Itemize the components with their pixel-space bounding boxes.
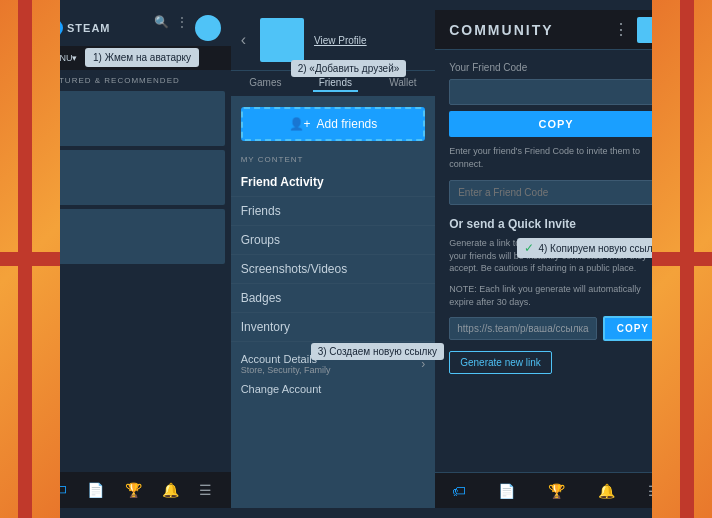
left-content: FEATURED & RECOMMENDED: [35, 70, 231, 472]
link-url-row: https://s.team/p/ваша/ссылка COPY: [449, 316, 663, 341]
profile-tabs: Games Friends Wallet: [231, 71, 436, 97]
back-button[interactable]: ‹: [241, 31, 246, 49]
account-details-sub: Store, Security, Family: [241, 365, 331, 375]
profile-avatar-image: [260, 18, 304, 62]
content-menu: Friend Activity Friends Groups Screensho…: [231, 168, 436, 342]
menu-friend-activity[interactable]: Friend Activity: [231, 168, 436, 197]
steam-logo-text: STEAM: [67, 22, 111, 34]
profile-header: ‹ View Profile: [231, 10, 436, 71]
quick-invite-label: Or send a Quick Invite: [449, 217, 663, 231]
menu-badges[interactable]: Badges: [231, 284, 436, 313]
invite-description: Enter your friend's Friend Code to invit…: [449, 145, 663, 170]
community-trophy-icon[interactable]: 🏆: [548, 483, 565, 499]
avatar[interactable]: [195, 15, 221, 41]
community-header: COMMUNITY ⋮: [435, 10, 677, 50]
add-friends-button[interactable]: 👤+ Add friends: [241, 107, 426, 141]
gift-ribbon-horizontal-right: [652, 252, 712, 266]
link-url-display: https://s.team/p/ваша/ссылка: [449, 317, 596, 340]
tab-friends[interactable]: Friends: [313, 75, 358, 92]
bottom-list-icon[interactable]: 📄: [87, 482, 104, 498]
menu-screenshots[interactable]: Screenshots/Videos: [231, 255, 436, 284]
gift-box-left: [0, 0, 60, 518]
more-icon[interactable]: ⋮: [175, 15, 189, 29]
friend-code-input[interactable]: [449, 79, 663, 105]
community-bottom-bar: 🏷 📄 🏆 🔔 ☰: [435, 472, 677, 508]
bottom-menu-icon[interactable]: ☰: [199, 482, 212, 498]
titlebar-icons: 🔍 ⋮: [155, 15, 221, 41]
copy-friend-code-button[interactable]: COPY: [449, 111, 663, 137]
enter-friend-code-input[interactable]: [449, 180, 663, 205]
left-panel-steam: STEAM 🔍 ⋮ 1) Жмем на аватарку MENU▾ WISH…: [35, 10, 231, 508]
menu-inventory[interactable]: Inventory: [231, 313, 436, 342]
account-section: Account Details Store, Security, Family …: [231, 342, 436, 405]
featured-label: FEATURED & RECOMMENDED: [41, 76, 225, 85]
menu-friends[interactable]: Friends: [231, 197, 436, 226]
tab-wallet[interactable]: Wallet: [383, 75, 422, 92]
main-area: STEAM 🔍 ⋮ 1) Жмем на аватарку MENU▾ WISH…: [35, 10, 677, 508]
featured-item-2: [41, 150, 225, 205]
generate-new-link-button[interactable]: Generate new link: [449, 351, 552, 374]
account-details-label: Account Details: [241, 353, 331, 365]
nav-wallet[interactable]: WALLET: [143, 50, 189, 66]
community-bell-icon[interactable]: 🔔: [598, 483, 615, 499]
community-content: Your Friend Code COPY Enter your friend'…: [435, 50, 677, 472]
featured-item-1: [41, 91, 225, 146]
my-content-label: MY CONTENT: [231, 151, 436, 168]
community-title: COMMUNITY: [449, 22, 553, 38]
steam-nav: MENU▾ WISHLIST WALLET: [35, 46, 231, 70]
bottom-bell-icon[interactable]: 🔔: [162, 482, 179, 498]
note-text: NOTE: Each link you generate will automa…: [449, 283, 663, 308]
friend-code-label: Your Friend Code: [449, 62, 663, 73]
middle-panel: ‹ View Profile 2) «Добавить друзей» Game…: [231, 10, 436, 508]
featured-items: [41, 91, 225, 264]
view-profile-button[interactable]: View Profile: [314, 35, 367, 46]
bottom-trophy-icon[interactable]: 🏆: [125, 482, 142, 498]
change-account-item[interactable]: Change Account: [241, 379, 426, 399]
nav-wishlist[interactable]: WISHLIST: [87, 50, 140, 66]
right-panel-community: COMMUNITY ⋮ Your Friend Code COPY Enter …: [435, 10, 677, 508]
community-list-icon[interactable]: 📄: [498, 483, 515, 499]
account-details-text: Account Details Store, Security, Family: [241, 353, 331, 375]
community-more-icon[interactable]: ⋮: [613, 20, 629, 39]
search-icon[interactable]: 🔍: [155, 15, 169, 29]
add-friends-icon: 👤+: [289, 117, 311, 131]
account-details-item[interactable]: Account Details Store, Security, Family …: [241, 349, 426, 379]
left-bottom-bar: 🏷 📄 🏆 🔔 ☰: [35, 472, 231, 508]
community-tag-icon[interactable]: 🏷: [452, 483, 466, 499]
chevron-right-icon: ›: [421, 357, 425, 371]
quick-invite-description: Generate a link to share via email or SM…: [449, 237, 663, 275]
add-friends-label: Add friends: [317, 117, 378, 131]
tab-games[interactable]: Games: [243, 75, 287, 92]
gift-box-right: [652, 0, 712, 518]
gift-ribbon-horizontal-left: [0, 252, 60, 266]
menu-groups[interactable]: Groups: [231, 226, 436, 255]
featured-item-3: [41, 209, 225, 264]
steam-titlebar: STEAM 🔍 ⋮: [35, 10, 231, 46]
